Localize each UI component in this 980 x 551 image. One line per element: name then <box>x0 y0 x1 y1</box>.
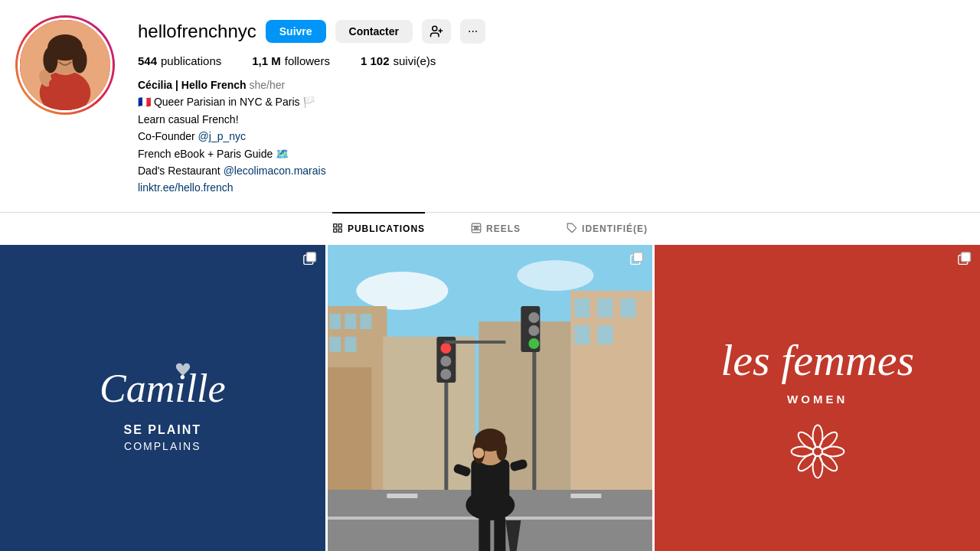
posts-grid: Camille SE PLAINT COMPLAINS <box>0 245 980 551</box>
svg-rect-33 <box>329 314 341 329</box>
svg-rect-68 <box>471 459 509 513</box>
multiple-images-icon-2 <box>629 251 646 272</box>
svg-point-56 <box>440 369 451 380</box>
svg-rect-49 <box>387 494 417 498</box>
following-count: 1 102 <box>361 54 390 67</box>
svg-point-62 <box>528 338 539 349</box>
svg-rect-9 <box>49 80 81 110</box>
post-1-sub2: COMPLAINS <box>124 440 201 452</box>
avatar <box>18 18 113 112</box>
bio-section: Cécilia | Hello French she/her 🇫🇷 Queer … <box>138 77 949 197</box>
svg-point-54 <box>440 343 451 354</box>
svg-rect-24 <box>306 253 315 262</box>
bio-pronouns: she/her <box>250 79 286 91</box>
more-dots-icon: ··· <box>468 24 478 38</box>
bio-line1: 🇫🇷 Queer Parisian in NYC & Paris 🏳️ <box>138 93 949 110</box>
avatar-wrapper <box>15 15 115 115</box>
svg-point-7 <box>68 54 73 59</box>
svg-rect-40 <box>574 298 590 318</box>
tab-publications[interactable]: PUBLICATIONS <box>332 212 425 245</box>
svg-rect-34 <box>345 314 356 329</box>
tabs-row: PUBLICATIONS REELS IDENTIFIÉ(E) <box>0 212 980 245</box>
followers-label: followers <box>285 54 330 67</box>
post-1-sub1: SE PLAINT <box>124 423 202 437</box>
bio-name: Cécilia | Hello French <box>138 79 247 91</box>
add-person-button[interactable] <box>422 19 451 44</box>
svg-point-81 <box>817 429 839 452</box>
bio-line5: Dad's Restaurant @lecolimacon.marais <box>138 162 949 179</box>
svg-point-30 <box>356 272 448 310</box>
svg-rect-15 <box>334 229 337 232</box>
more-options-button[interactable]: ··· <box>460 19 485 44</box>
svg-rect-36 <box>329 337 341 352</box>
stats-row: 544 publications 1,1 M followers 1 102 s… <box>138 54 949 67</box>
publications-count: 544 <box>138 54 157 67</box>
svg-point-31 <box>517 260 593 291</box>
svg-rect-64 <box>494 517 505 551</box>
bio-external-link[interactable]: linktr.ee/hello.french <box>138 181 234 194</box>
username: hellofrenchnyc <box>138 21 256 42</box>
svg-rect-42 <box>620 298 635 318</box>
svg-rect-14 <box>338 223 341 227</box>
svg-point-55 <box>440 356 451 367</box>
tab-reels[interactable]: REELS <box>471 212 521 245</box>
svg-rect-43 <box>574 325 590 344</box>
svg-point-74 <box>496 439 507 461</box>
svg-point-19 <box>475 227 476 228</box>
bio-link-line[interactable]: linktr.ee/hello.french <box>138 179 949 196</box>
bio-link-restaurant[interactable]: @lecolimacon.marais <box>224 165 326 177</box>
suivre-button[interactable]: Suivre <box>266 20 326 43</box>
svg-point-75 <box>473 448 484 458</box>
bio-line3: Co-Founder @j_p_nyc <box>138 128 949 145</box>
bio-line2: Learn casual French! <box>138 111 949 128</box>
svg-point-85 <box>795 452 818 474</box>
tab-identifie[interactable]: IDENTIFIÉ(E) <box>567 212 648 245</box>
post-3-title: les femmes <box>720 336 914 385</box>
svg-rect-16 <box>338 229 341 232</box>
tab-publications-label: PUBLICATIONS <box>348 223 425 234</box>
svg-rect-78 <box>961 253 970 262</box>
tag-icon <box>567 223 577 236</box>
bio-line4: French eBook + Paris Guide 🗺️ <box>138 145 949 162</box>
username-row: hellofrenchnyc Suivre Contacter ··· <box>138 19 949 44</box>
svg-rect-51 <box>570 494 601 498</box>
svg-point-60 <box>528 312 539 323</box>
svg-point-61 <box>528 325 539 336</box>
profile-info: hellofrenchnyc Suivre Contacter ··· 544 … <box>138 15 949 197</box>
avatar-image <box>20 20 110 110</box>
post-1-title: Camille <box>100 366 226 411</box>
svg-rect-27 <box>634 253 643 262</box>
contacter-button[interactable]: Contacter <box>335 20 413 43</box>
reels-icon <box>471 223 482 236</box>
flower-icon <box>787 421 848 482</box>
tab-identifie-label: IDENTIFIÉ(E) <box>582 223 648 234</box>
svg-point-6 <box>57 54 62 59</box>
svg-rect-13 <box>334 223 337 227</box>
svg-point-10 <box>433 26 437 31</box>
multiple-images-icon-1 <box>302 251 319 272</box>
followers-count: 1,1 M <box>252 54 281 67</box>
svg-point-83 <box>817 452 839 474</box>
bio-link-jp[interactable]: @j_p_nyc <box>198 130 246 142</box>
post-1[interactable]: Camille SE PLAINT COMPLAINS <box>0 245 325 551</box>
post-2[interactable] <box>328 245 653 551</box>
post-3[interactable]: les femmes WOMEN <box>655 245 980 551</box>
svg-rect-37 <box>345 337 356 352</box>
following-stat[interactable]: 1 102 suivi(e)s <box>361 54 436 67</box>
svg-rect-44 <box>597 325 612 344</box>
svg-rect-63 <box>479 517 490 551</box>
publications-label: publications <box>161 54 221 67</box>
followers-stat[interactable]: 1,1 M followers <box>252 54 330 67</box>
svg-point-4 <box>43 47 57 73</box>
svg-point-5 <box>73 47 87 73</box>
bio-name-line: Cécilia | Hello French she/her <box>138 77 949 93</box>
following-label: suivi(e)s <box>394 54 436 67</box>
grid-icon <box>332 223 343 236</box>
profile-section: hellofrenchnyc Suivre Contacter ··· 544 … <box>0 0 980 204</box>
multiple-images-icon-3 <box>957 251 974 272</box>
svg-point-87 <box>795 429 818 452</box>
svg-rect-41 <box>597 298 612 318</box>
post-3-subtitle: WOMEN <box>787 393 848 406</box>
svg-rect-35 <box>360 314 371 329</box>
tab-reels-label: REELS <box>486 223 521 234</box>
